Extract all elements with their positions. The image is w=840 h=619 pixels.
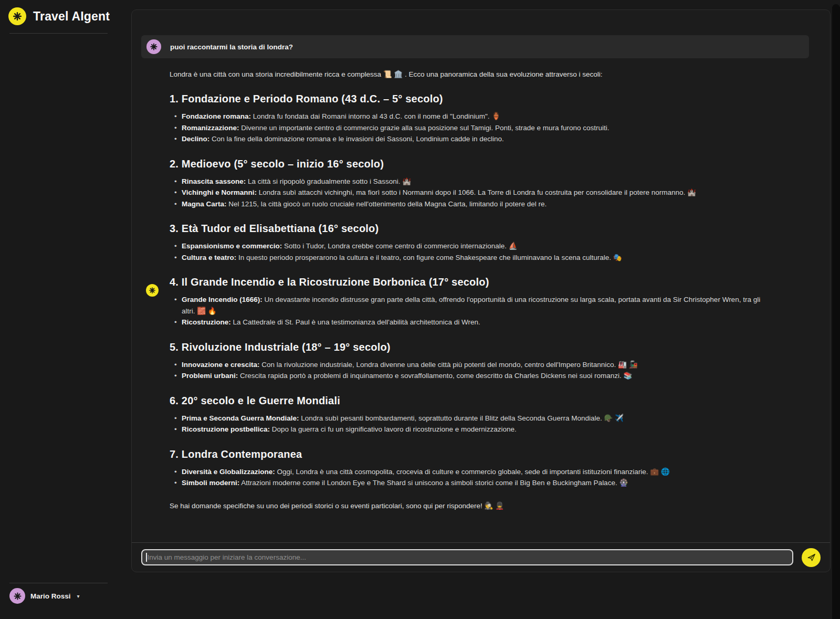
bullet-list: Prima e Seconda Guerra Mondiale: Londra … <box>170 413 767 435</box>
bullet-item: Fondazione romana: Londra fu fondata dai… <box>182 111 767 122</box>
bullet-label: Grande Incendio (1666): <box>182 296 262 303</box>
user-avatar-icon <box>9 588 25 604</box>
bullet-item: Simboli moderni: Attrazioni moderne come… <box>182 477 767 489</box>
section-heading: 2. Medioevo (5° secolo – inizio 16° seco… <box>170 158 767 170</box>
app-header: Travel AIgent <box>0 0 131 32</box>
assistant-response: Londra è una città con una storia incred… <box>170 69 767 511</box>
user-profile-menu[interactable]: Mario Rossi ▾ <box>9 588 80 604</box>
bullet-label: Innovazione e crescita: <box>182 361 260 369</box>
bullet-text: Divenne un importante centro di commerci… <box>239 124 610 132</box>
bullet-text: Attrazioni moderne come il London Eye e … <box>239 479 628 487</box>
bullet-item: Problemi urbani: Crescita rapida portò a… <box>182 370 767 382</box>
bullet-label: Vichinghi e Normanni: <box>182 188 257 196</box>
bullet-text: Sotto i Tudor, Londra crebbe come centro… <box>282 242 517 250</box>
scrollbar[interactable] <box>832 4 840 619</box>
bullet-item: Declino: Con la fine della dominazione r… <box>182 133 767 145</box>
bullet-item: Rinascita sassone: La città si ripopolò … <box>182 176 767 187</box>
bullet-text: Londra subì pesanti bombardamenti, sopra… <box>299 414 624 422</box>
bullet-label: Fondazione romana: <box>182 112 251 120</box>
bullet-text: La città si ripopolò gradualmente sotto … <box>246 177 411 185</box>
bullet-text: Londra fu fondata dai Romani intorno al … <box>251 112 500 120</box>
message-input[interactable] <box>147 553 789 561</box>
app-logo-icon <box>8 7 26 25</box>
section-heading: 5. Rivoluzione Industriale (18° – 19° se… <box>170 341 767 353</box>
bullet-label: Ricostruzione postbellica: <box>182 425 270 433</box>
bullet-text: Crescita rapida portò a problemi di inqu… <box>238 372 632 380</box>
bullet-text: Oggi, Londra è una città cosmopolita, cr… <box>275 468 670 476</box>
bullet-list: Grande Incendio (1666): Un devastante in… <box>170 294 767 328</box>
bullet-item: Prima e Seconda Guerra Mondiale: Londra … <box>182 413 767 424</box>
response-sections: 1. Fondazione e Periodo Romano (43 d.C. … <box>170 93 767 489</box>
bullet-list: Espansionismo e commercio: Sotto i Tudor… <box>170 240 767 263</box>
user-message-text: puoi raccontarmi la storia di londra? <box>170 43 293 51</box>
bullet-label: Problemi urbani: <box>182 372 238 380</box>
chat-panel: puoi raccontarmi la storia di londra? Lo… <box>131 9 831 572</box>
section-heading: 1. Fondazione e Periodo Romano (43 d.C. … <box>170 93 767 105</box>
section-heading: 4. Il Grande Incendio e la Ricostruzione… <box>170 276 767 288</box>
bullet-item: Romanizzazione: Divenne un importante ce… <box>182 122 767 134</box>
section-heading: 7. Londra Contemporanea <box>170 448 767 460</box>
sidebar-divider <box>9 33 108 34</box>
bullet-item: Innovazione e crescita: Con la rivoluzio… <box>182 359 767 371</box>
section-heading: 3. Età Tudor ed Elisabettiana (16° secol… <box>170 223 767 235</box>
sidebar: Travel AIgent Mario Rossi ▾ <box>0 0 131 619</box>
bullet-item: Ricostruzione postbellica: Dopo la guerr… <box>182 424 767 435</box>
bullet-item: Magna Carta: Nel 1215, la città giocò un… <box>182 198 767 210</box>
bullet-item: Ricostruzione: La Cattedrale di St. Paul… <box>182 317 767 328</box>
bullet-item: Grande Incendio (1666): Un devastante in… <box>182 294 767 317</box>
bullet-list: Diversità e Globalizzazione: Oggi, Londr… <box>170 466 767 489</box>
bullet-item: Cultura e teatro: In questo periodo pros… <box>182 252 767 264</box>
bullet-label: Cultura e teatro: <box>182 254 236 261</box>
bullet-text: Con la fine della dominazione romana e l… <box>209 135 504 143</box>
response-closing: Se hai domande specifiche su uno dei per… <box>170 501 767 511</box>
bullet-label: Declino: <box>182 135 209 143</box>
bullet-label: Rinascita sassone: <box>182 177 246 185</box>
bullet-item: Espansionismo e commercio: Sotto i Tudor… <box>182 240 767 252</box>
paper-plane-icon <box>806 552 816 562</box>
bullet-text: Dopo la guerra ci fu un significativo la… <box>270 425 517 433</box>
bullet-label: Simboli moderni: <box>182 479 239 487</box>
bullet-text: In questo periodo prosperarono la cultur… <box>236 254 622 261</box>
bullet-list: Innovazione e crescita: Con la rivoluzio… <box>170 359 767 382</box>
bullet-label: Magna Carta: <box>182 200 227 208</box>
response-intro: Londra è una città con una storia incred… <box>170 69 767 80</box>
bullet-label: Prima e Seconda Guerra Mondiale: <box>182 414 299 422</box>
chevron-down-icon: ▾ <box>77 593 80 599</box>
bullet-label: Ricostruzione: <box>182 318 231 326</box>
bullet-item: Diversità e Globalizzazione: Oggi, Londr… <box>182 466 767 478</box>
bullet-label: Romanizzazione: <box>182 124 239 132</box>
bullet-text: La Cattedrale di St. Paul è una testimon… <box>231 318 480 326</box>
composer <box>132 542 830 572</box>
user-message-avatar-icon <box>146 39 161 54</box>
user-name: Mario Rossi <box>30 592 71 600</box>
bullet-text: Nel 1215, la città giocò un ruolo crucia… <box>227 200 547 208</box>
app-title: Travel AIgent <box>33 9 110 24</box>
bullet-item: Vichinghi e Normanni: Londra subì attacc… <box>182 187 767 198</box>
section-heading: 6. 20° secolo e le Guerre Mondiali <box>170 395 767 407</box>
send-button[interactable] <box>802 548 821 567</box>
bullet-text: Londra subì attacchi vichinghi, ma fiorì… <box>257 188 696 196</box>
message-input-box <box>141 549 793 565</box>
user-message-bubble: puoi raccontarmi la storia di londra? <box>141 35 809 58</box>
bullet-list: Fondazione romana: Londra fu fondata dai… <box>170 111 767 145</box>
assistant-avatar-icon <box>146 284 159 297</box>
bullet-text: Con la rivoluzione industriale, Londra d… <box>260 361 638 369</box>
sidebar-divider <box>9 583 108 583</box>
bullet-label: Diversità e Globalizzazione: <box>182 468 275 476</box>
bullet-text: Un devastante incendio distrusse gran pa… <box>182 296 760 315</box>
bullet-list: Rinascita sassone: La città si ripopolò … <box>170 176 767 210</box>
bullet-label: Espansionismo e commercio: <box>182 242 282 250</box>
